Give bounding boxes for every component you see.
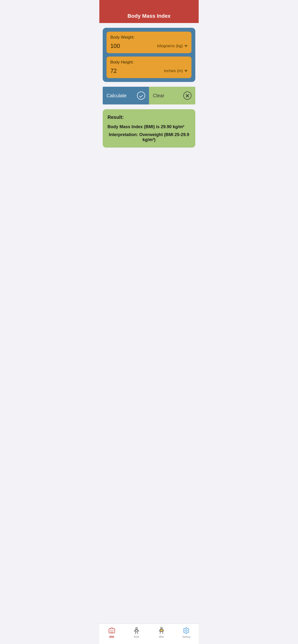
svg-line-17 <box>163 632 163 634</box>
calculate-label: Calculate <box>106 93 126 98</box>
height-unit-label: inches (in) <box>164 68 183 73</box>
svg-line-11 <box>135 632 136 634</box>
result-card: Result: Body Mass Index (BMI) is 29.90 k… <box>103 109 195 148</box>
weight-unit-dropdown-arrow <box>184 45 188 47</box>
tab-setting-label: Setting <box>182 636 190 638</box>
weight-field[interactable]: Body Weight: 100 kilograms (kg) <box>106 32 192 53</box>
bsa-body-icon: BSA <box>133 627 140 634</box>
weight-row: 100 kilograms (kg) <box>110 43 188 49</box>
tab-bmi[interactable]: BMI BMI <box>99 626 124 639</box>
weight-value: 100 <box>110 43 120 49</box>
result-interpretation-text: Interpretation: Overweight (BMI 25-29.9 … <box>107 132 191 142</box>
svg-rect-15 <box>160 629 163 632</box>
bmi-scale-icon: BMI <box>108 627 116 634</box>
svg-text:BMI: BMI <box>110 632 113 634</box>
svg-line-16 <box>160 632 161 634</box>
weight-label: Body Weight: <box>110 35 188 40</box>
weight-unit-label: kilograms (kg) <box>157 44 183 48</box>
svg-rect-1 <box>111 628 113 629</box>
tab-bsa-label: BSA <box>134 636 139 638</box>
svg-text:BSA: BSA <box>135 630 137 631</box>
svg-point-21 <box>185 630 187 632</box>
height-value: 72 <box>110 68 117 74</box>
height-label: Body Height: <box>110 60 188 65</box>
x-icon <box>183 92 192 100</box>
svg-line-12 <box>137 632 138 634</box>
height-row: 72 inches (in) <box>110 68 188 74</box>
clear-button[interactable]: Clear <box>149 87 195 104</box>
svg-point-14 <box>161 627 162 629</box>
tab-bmi-label: BMI <box>109 636 114 638</box>
page-title: Body Mass Index <box>127 13 171 19</box>
gear-icon <box>182 627 190 634</box>
app-header: Body Mass Index <box>99 0 199 23</box>
main-content: Body Weight: 100 kilograms (kg) Body Hei… <box>99 23 199 624</box>
calculate-button[interactable]: Calculate <box>103 87 149 104</box>
input-card: Body Weight: 100 kilograms (kg) Body Hei… <box>103 28 195 82</box>
ibw-person-icon <box>158 627 165 634</box>
result-title: Result: <box>107 114 191 120</box>
result-bmi-text: Body Mass Index (BMI) is 29.90 kg/m² <box>107 124 191 130</box>
tab-bar: BMI BMI BSA BSA IBW <box>99 624 199 644</box>
clear-label: Clear <box>153 93 164 98</box>
tab-bsa[interactable]: BSA BSA <box>124 626 149 639</box>
svg-rect-20 <box>161 629 162 629</box>
check-mark <box>139 94 143 98</box>
height-unit-dropdown-arrow <box>184 70 188 72</box>
check-icon <box>137 92 145 100</box>
svg-point-7 <box>136 628 137 629</box>
tab-ibw-label: IBW <box>159 636 164 638</box>
button-row: Calculate Clear <box>103 87 195 104</box>
weight-unit-selector[interactable]: kilograms (kg) <box>157 44 188 48</box>
height-unit-selector[interactable]: inches (in) <box>164 68 188 73</box>
height-field[interactable]: Body Height: 72 inches (in) <box>106 56 192 78</box>
tab-setting[interactable]: Setting <box>174 626 199 639</box>
tab-ibw[interactable]: IBW <box>149 626 174 639</box>
